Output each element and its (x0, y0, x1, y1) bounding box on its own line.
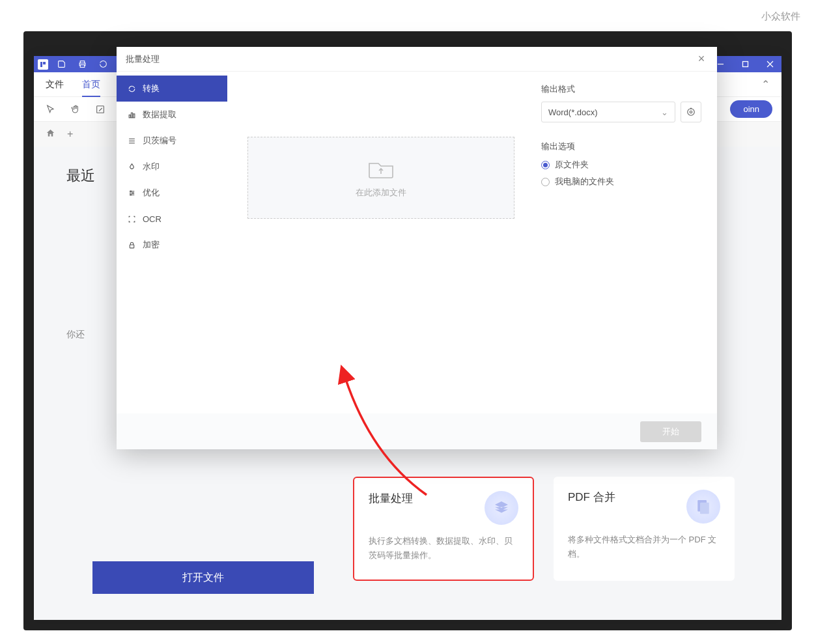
save-icon[interactable] (53, 58, 69, 71)
lock-icon (127, 241, 136, 249)
svg-rect-11 (129, 115, 130, 117)
menu-file[interactable]: 文件 (46, 79, 64, 91)
batch-card-icon (485, 491, 518, 525)
edit-tool-icon[interactable] (92, 102, 108, 117)
sidebar-item-convert[interactable]: 转换 (117, 76, 227, 102)
svg-rect-5 (742, 62, 748, 67)
close-window-icon[interactable] (762, 58, 778, 71)
close-icon[interactable]: × (695, 53, 708, 66)
svg-rect-13 (133, 113, 134, 117)
sidebar-item-encrypt[interactable]: 加密 (117, 232, 227, 258)
format-settings-button[interactable] (681, 102, 701, 122)
chevron-up-icon[interactable]: ⌃ (761, 78, 770, 91)
radio-icon (541, 161, 550, 169)
undo-icon[interactable] (95, 58, 111, 71)
svg-point-26 (690, 108, 691, 109)
dialog-header: 批量处理 × (117, 47, 717, 72)
sidebar-item-label: OCR (143, 214, 162, 224)
svg-point-22 (130, 194, 132, 195)
pointer-tool-icon[interactable] (43, 102, 59, 117)
sidebar-item-label: 加密 (143, 239, 160, 251)
card-merge-title: PDF 合并 (568, 490, 615, 505)
svg-point-21 (132, 192, 134, 193)
folder-upload-icon (367, 157, 395, 180)
dialog-sidebar: 转换 数据提取 贝茨编号 水印 优化 OCR (117, 72, 227, 413)
oinn-button[interactable]: oinn (730, 100, 772, 118)
svg-rect-2 (80, 61, 85, 63)
radio-label: 我电脑的文件夹 (555, 176, 614, 188)
svg-rect-10 (700, 503, 709, 514)
watermark-icon (127, 163, 136, 171)
open-file-button[interactable]: 打开文件 (92, 561, 314, 594)
maximize-icon[interactable] (737, 58, 753, 71)
card-pdf-merge[interactable]: PDF 合并 将多种文件格式文档合并为一个 PDF 文档。 (554, 477, 735, 581)
optimize-icon (127, 189, 136, 197)
gear-icon (686, 107, 696, 117)
app-logo-icon (38, 59, 48, 70)
sidebar-item-label: 转换 (143, 83, 160, 94)
radio-label: 原文件夹 (555, 159, 589, 171)
radio-icon (541, 178, 550, 186)
card-batch-process[interactable]: 批量处理 执行多文档转换、数据提取、水印、贝茨码等批量操作。 (353, 477, 534, 581)
start-button[interactable]: 开始 (640, 421, 701, 442)
output-option-label: 输出选项 (541, 141, 701, 152)
sidebar-item-label: 水印 (143, 161, 160, 173)
card-batch-desc: 执行多文档转换、数据提取、水印、贝茨码等批量操作。 (369, 534, 518, 563)
hand-tool-icon[interactable] (68, 102, 83, 117)
sidebar-item-extract[interactable]: 数据提取 (117, 102, 227, 128)
sidebar-item-label: 优化 (143, 187, 160, 199)
svg-rect-12 (131, 113, 132, 118)
svg-rect-0 (40, 62, 42, 67)
output-format-value: Word(*.docx) (548, 107, 598, 117)
add-tab-icon[interactable]: + (67, 128, 73, 140)
svg-point-25 (688, 109, 695, 116)
sidebar-item-label: 数据提取 (143, 109, 176, 120)
sidebar-item-optimize[interactable]: 优化 (117, 180, 227, 206)
output-format-select[interactable]: Word(*.docx) ⌄ (541, 102, 675, 122)
svg-point-20 (130, 190, 132, 191)
home-tab-icon[interactable] (46, 128, 55, 141)
dialog-center: 在此添加文件 (227, 72, 535, 413)
file-dropzone[interactable]: 在此添加文件 (247, 137, 514, 219)
radio-original-folder[interactable]: 原文件夹 (541, 159, 701, 171)
dialog-title: 批量处理 (126, 53, 160, 65)
watermark-text: 小众软件 (761, 10, 800, 23)
print-icon[interactable] (74, 58, 90, 71)
merge-card-icon (686, 490, 720, 524)
dialog-options: 输出格式 Word(*.docx) ⌄ 输出选项 原文件夹 我电脑的文件夹 (535, 72, 717, 413)
sidebar-item-label: 贝茨编号 (143, 135, 176, 147)
svg-rect-3 (80, 65, 85, 68)
sidebar-item-watermark[interactable]: 水印 (117, 154, 227, 180)
svg-point-24 (690, 111, 692, 113)
dialog-footer: 开始 (117, 413, 717, 449)
output-format-label: 输出格式 (541, 83, 701, 95)
chevron-down-icon: ⌄ (661, 107, 668, 117)
card-merge-desc: 将多种文件格式文档合并为一个 PDF 文档。 (568, 533, 720, 561)
dropzone-text: 在此添加文件 (356, 187, 406, 199)
svg-rect-1 (43, 62, 46, 64)
card-batch-title: 批量处理 (369, 491, 413, 506)
batch-dialog: 批量处理 × 转换 数据提取 贝茨编号 水印 优化 (117, 47, 717, 449)
sidebar-item-ocr[interactable]: OCR (117, 206, 227, 232)
ocr-icon (127, 215, 136, 223)
svg-rect-23 (130, 244, 134, 247)
radio-computer-folder[interactable]: 我电脑的文件夹 (541, 176, 701, 188)
bates-icon (127, 137, 136, 145)
menu-home[interactable]: 首页 (82, 79, 100, 97)
extract-icon (127, 111, 136, 119)
sidebar-item-bates[interactable]: 贝茨编号 (117, 128, 227, 154)
convert-icon (127, 85, 136, 93)
